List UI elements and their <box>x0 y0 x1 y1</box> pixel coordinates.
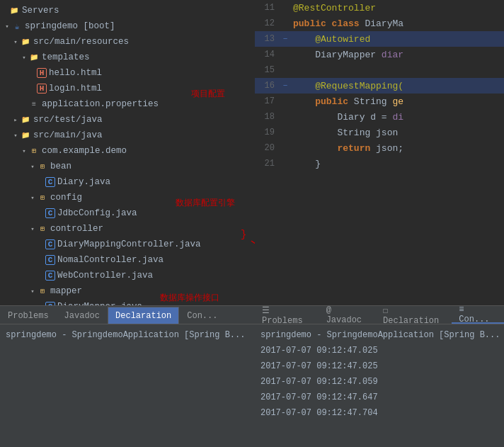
file-icon: C <box>45 302 55 305</box>
file-icon: H <box>37 84 47 94</box>
line-number: 18 <box>255 112 280 122</box>
bottom-tab-console[interactable]: Con... <box>179 307 225 324</box>
bottom-panel-content: springdemo - SpringdemoApplication [Spri… <box>0 324 255 447</box>
code-line-18: 18 Diary d = di <box>255 109 504 125</box>
right-tab-declaration[interactable]: ☐ Declaration <box>376 307 452 324</box>
arrow-icon: ▾ <box>28 225 37 233</box>
code-line-20: 20 return json; <box>255 140 504 156</box>
tree-item-jdbc-config[interactable]: CJdbcConfig.java <box>0 205 255 221</box>
right-bottom-content: springdemo - SpringdemoApplication [Spri… <box>255 324 504 424</box>
log-line: 2017-07-07 09:12:47.647 <box>260 390 498 405</box>
bottom-content-line: springdemo - SpringdemoApplication [Spri… <box>6 327 249 343</box>
tree-label: Servers <box>22 6 59 16</box>
folder-icon: 📁 <box>20 114 31 125</box>
code-line-16: 16 − @RequestMapping( <box>255 78 504 94</box>
tree-item-app-props[interactable]: ≡application.properties <box>0 96 255 112</box>
tree-item-mapper[interactable]: ▾⊞mapper <box>0 283 255 299</box>
folder-icon: 📁 <box>20 130 31 141</box>
code-content: @Autowired <box>290 34 370 45</box>
tree-label: application.properties <box>42 99 159 109</box>
bottom-panel: ProblemsJavadocDeclarationCon... springd… <box>0 305 255 447</box>
line-number: 13 <box>255 34 280 44</box>
code-content: String json <box>290 128 398 138</box>
bottom-tabs-bar: ProblemsJavadocDeclarationCon... <box>0 306 255 324</box>
tree-label: src/main/java <box>33 130 103 140</box>
tree-label: templates <box>42 52 90 62</box>
folder-icon: ≡ <box>28 98 40 110</box>
log-line: 2017-07-07 09:12:47.025 <box>260 358 498 374</box>
arrow-icon: ▸ <box>11 116 20 124</box>
code-content: public String ge <box>290 96 403 107</box>
arrow-icon: ▾ <box>20 54 28 62</box>
tree-label: login.html <box>49 84 102 94</box>
arrow-icon: ▾ <box>11 38 20 46</box>
arrow-icon: ▾ <box>28 194 37 202</box>
tree-label: DiaryMappingController.java <box>57 239 201 249</box>
line-number: 17 <box>255 96 280 106</box>
code-line-19: 19 String json <box>255 125 504 140</box>
tree-item-springdemo[interactable]: ▾☕springdemo [boot] <box>0 18 255 34</box>
line-number: 20 <box>255 143 280 153</box>
left-panel: 📁Servers▾☕springdemo [boot]▾📁src/main/re… <box>0 0 255 447</box>
tree-label: NomalController.java <box>57 255 164 265</box>
package-icon: ⊞ <box>37 192 48 203</box>
code-content: } <box>290 159 321 169</box>
bottom-tab-javadoc[interactable]: Javadoc <box>57 307 108 324</box>
arrow-icon: ▾ <box>11 132 20 140</box>
log-header: springdemo - SpringdemoApplication [Spri… <box>260 327 498 343</box>
tree-item-com-example[interactable]: ▾⊞com.example.demo <box>0 143 255 159</box>
package-icon: ⊞ <box>28 145 40 157</box>
file-icon: C <box>45 271 55 281</box>
tree-item-servers[interactable]: 📁Servers <box>0 3 255 18</box>
code-content: @RestController <box>290 3 376 13</box>
line-number: 16 <box>255 81 280 91</box>
code-line-17: 17 public String ge <box>255 94 504 109</box>
right-bottom-panel: ☰ Problems@ Javadoc☐ Declaration≡ Con...… <box>255 305 504 447</box>
tree-item-src-main-res[interactable]: ▾📁src/main/resources <box>0 34 255 50</box>
code-line-11: 11 @RestController <box>255 0 504 16</box>
folder-icon: 📁 <box>8 5 20 16</box>
package-icon: ⊞ <box>37 285 48 297</box>
tree-label: controller <box>50 224 103 234</box>
tree-item-bean[interactable]: ▾⊞bean <box>0 159 255 174</box>
tree-item-controller[interactable]: ▾⊞controller <box>0 221 255 237</box>
tree-label: JdbcConfig.java <box>57 208 137 218</box>
tree-item-src-main-java[interactable]: ▾📁src/main/java <box>0 128 255 143</box>
tree-label: com.example.demo <box>42 146 127 156</box>
code-line-14: 14 DiaryMapper diar <box>255 47 504 62</box>
tree-item-diary-java[interactable]: CDiary.java <box>0 174 255 190</box>
tree-label: Diary.java <box>57 177 110 187</box>
file-icon: C <box>45 177 55 187</box>
tree-item-nomal-controller[interactable]: CNomalController.java <box>0 252 255 268</box>
bottom-tab-declaration[interactable]: Declaration <box>108 307 179 324</box>
line-number: 12 <box>255 18 280 28</box>
tree-label: config <box>50 193 82 203</box>
code-line-12: 12 public class DiaryMa <box>255 16 504 31</box>
right-panel: 11 @RestController 12 public class Diary… <box>255 0 504 447</box>
line-number: 15 <box>255 65 280 75</box>
tree-item-hello-html[interactable]: Hhello.html <box>0 65 255 81</box>
file-tree-wrapper: 📁Servers▾☕springdemo [boot]▾📁src/main/re… <box>0 0 255 305</box>
tree-item-diary-mapper[interactable]: CDiaryMapper.java <box>0 299 255 305</box>
right-tab-javadoc[interactable]: @ Javadoc <box>319 307 376 324</box>
tree-item-diary-controller[interactable]: CDiaryMappingController.java <box>0 237 255 252</box>
code-line-21: 21 } <box>255 156 504 171</box>
spring-icon: ☕ <box>11 21 23 32</box>
tree-item-src-test[interactable]: ▸📁src/test/java <box>0 112 255 128</box>
tree-item-config[interactable]: ▾⊞config <box>0 190 255 205</box>
right-tab-console[interactable]: ≡ Con... <box>452 307 504 324</box>
folder-icon: 📁 <box>28 52 40 63</box>
code-area[interactable]: 11 @RestController 12 public class Diary… <box>255 0 504 305</box>
code-line-13: 13 − @Autowired <box>255 31 504 47</box>
file-tree[interactable]: 📁Servers▾☕springdemo [boot]▾📁src/main/re… <box>0 0 255 305</box>
tree-item-web-controller[interactable]: CWebController.java <box>0 268 255 283</box>
file-icon: C <box>45 208 55 218</box>
tree-item-login-html[interactable]: Hlogin.html <box>0 81 255 96</box>
arrow-icon: ▾ <box>3 23 11 30</box>
log-line: 2017-07-07 09:12:47.059 <box>260 374 498 390</box>
arrow-icon: ▾ <box>20 147 28 155</box>
bottom-tab-problems[interactable]: Problems <box>0 307 57 324</box>
line-marker: − <box>280 35 290 43</box>
tree-item-templates[interactable]: ▾📁templates <box>0 50 255 65</box>
right-tab-problems[interactable]: ☰ Problems <box>255 307 319 324</box>
